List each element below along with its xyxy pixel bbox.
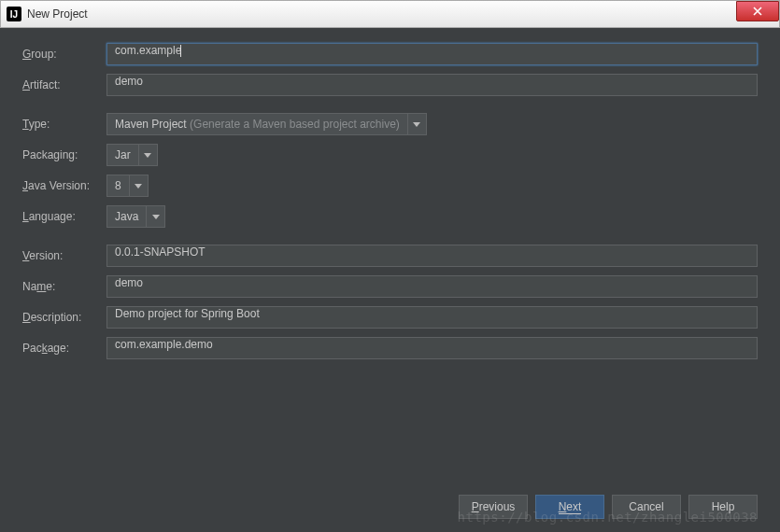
type-label: Type: [22,118,106,131]
chevron-down-icon [407,114,426,134]
chevron-down-icon [138,145,157,165]
name-label: Name: [22,280,106,293]
close-icon [753,7,762,16]
previous-button[interactable]: Previous [459,495,528,519]
java-version-dropdown[interactable]: 8 [106,175,149,197]
app-icon: IJ [7,7,21,21]
next-button[interactable]: Next [535,495,604,519]
dialog-content: Group: com.example Artifact: demo Type: … [0,28,780,532]
titlebar: IJ New Project [0,0,780,28]
name-input[interactable]: demo [106,275,758,298]
help-button[interactable]: Help [688,495,758,519]
language-dropdown[interactable]: Java [106,205,165,228]
close-button[interactable] [736,1,779,21]
description-input[interactable]: Demo project for Spring Boot [106,306,758,329]
artifact-input[interactable]: demo [106,74,758,96]
group-label: Group: [22,48,106,61]
package-label: Package: [22,342,106,355]
version-input[interactable]: 0.0.1-SNAPSHOT [106,245,758,267]
group-input[interactable]: com.example [106,43,758,65]
description-label: Description: [22,311,106,324]
package-input[interactable]: com.example.demo [106,337,758,359]
packaging-label: Packaging: [22,148,106,161]
artifact-label: Artifact: [22,78,106,91]
button-bar: Previous Next Cancel Help [459,495,758,519]
version-label: Version: [22,249,106,262]
cancel-button[interactable]: Cancel [612,495,681,519]
language-label: Language: [22,210,106,223]
chevron-down-icon [129,175,148,196]
window-title: New Project [27,7,88,21]
java-version-label: Java Version: [22,179,106,192]
packaging-dropdown[interactable]: Jar [106,144,158,166]
type-dropdown[interactable]: Maven Project (Generate a Maven based pr… [106,113,427,135]
chevron-down-icon [146,206,164,227]
